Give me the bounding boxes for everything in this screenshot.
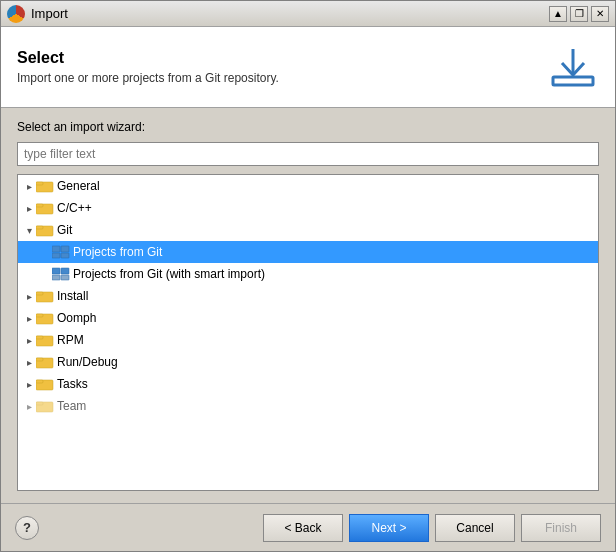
header-title: Select (17, 49, 547, 67)
label-oomph: Oomph (57, 311, 96, 325)
app-icon (7, 5, 25, 23)
svg-rect-13 (52, 275, 60, 280)
tree-item-install[interactable]: Install (18, 285, 598, 307)
tree-item-team[interactable]: Team (18, 395, 598, 417)
tree-item-general[interactable]: General (18, 175, 598, 197)
folder-icon-install (36, 289, 54, 303)
tree-item-git[interactable]: Git (18, 219, 598, 241)
tree-item-rundebug[interactable]: Run/Debug (18, 351, 598, 373)
filter-input[interactable] (17, 142, 599, 166)
tree-item-projects-from-git-smart[interactable]: Projects from Git (with smart import) (18, 263, 598, 285)
tree-item-rpm[interactable]: RPM (18, 329, 598, 351)
label-projects-from-git: Projects from Git (73, 245, 162, 259)
label-team: Team (57, 399, 86, 413)
expand-icon-git (22, 223, 36, 237)
folder-icon-rundebug (36, 355, 54, 369)
import-wizard-icon (547, 41, 599, 93)
label-general: General (57, 179, 100, 193)
header-subtitle: Import one or more projects from a Git r… (17, 71, 547, 85)
expand-icon-cpp (22, 201, 36, 215)
folder-icon-team (36, 399, 54, 413)
svg-rect-26 (36, 402, 43, 405)
close-button[interactable]: ✕ (591, 6, 609, 22)
next-button[interactable]: Next > (349, 514, 429, 542)
expand-icon-general (22, 179, 36, 193)
label-tasks: Tasks (57, 377, 88, 391)
svg-rect-20 (36, 336, 43, 339)
title-bar-buttons: ▲ ❐ ✕ (549, 6, 609, 22)
label-install: Install (57, 289, 88, 303)
svg-rect-16 (36, 292, 43, 295)
expand-icon-team (22, 399, 36, 413)
cancel-button[interactable]: Cancel (435, 514, 515, 542)
projects-from-git-icon (52, 245, 70, 259)
finish-button[interactable]: Finish (521, 514, 601, 542)
folder-icon-rpm (36, 333, 54, 347)
window-title: Import (31, 6, 68, 21)
svg-rect-22 (36, 358, 43, 361)
label-cpp: C/C++ (57, 201, 92, 215)
svg-rect-2 (36, 182, 43, 185)
label-rundebug: Run/Debug (57, 355, 118, 369)
folder-icon-general (36, 179, 54, 193)
expand-icon-rundebug (22, 355, 36, 369)
expand-icon-install (22, 289, 36, 303)
folder-icon-git (36, 223, 54, 237)
svg-rect-4 (36, 204, 43, 207)
svg-rect-10 (61, 253, 69, 258)
main-section: Select an import wizard: General (1, 108, 615, 503)
svg-rect-11 (52, 268, 60, 274)
svg-rect-18 (36, 314, 43, 317)
title-bar-left: Import (7, 5, 68, 23)
folder-icon-tasks (36, 377, 54, 391)
import-dialog: Import ▲ ❐ ✕ Select Import one or more p… (0, 0, 616, 552)
svg-rect-0 (553, 77, 593, 85)
expand-icon-rpm (22, 333, 36, 347)
svg-rect-14 (61, 275, 69, 280)
svg-rect-8 (61, 246, 69, 252)
label-rpm: RPM (57, 333, 84, 347)
tree-item-tasks[interactable]: Tasks (18, 373, 598, 395)
title-bar: Import ▲ ❐ ✕ (1, 1, 615, 27)
svg-rect-24 (36, 380, 43, 383)
help-button[interactable]: ? (15, 516, 39, 540)
content-area: Select Import one or more projects from … (1, 27, 615, 551)
expand-icon-oomph (22, 311, 36, 325)
footer-buttons: < Back Next > Cancel Finish (263, 514, 601, 542)
section-label: Select an import wizard: (17, 120, 599, 134)
label-git: Git (57, 223, 72, 237)
back-button[interactable]: < Back (263, 514, 343, 542)
tree-item-oomph[interactable]: Oomph (18, 307, 598, 329)
header-text: Select Import one or more projects from … (17, 49, 547, 85)
label-projects-from-git-smart: Projects from Git (with smart import) (73, 267, 265, 281)
tree-item-cpp[interactable]: C/C++ (18, 197, 598, 219)
restore-button[interactable]: ❐ (570, 6, 588, 22)
tree-container[interactable]: General C/C++ Git (17, 174, 599, 491)
svg-rect-7 (52, 246, 60, 252)
folder-icon-oomph (36, 311, 54, 325)
footer-left: ? (15, 516, 39, 540)
tree-item-projects-from-git[interactable]: Projects from Git (18, 241, 598, 263)
expand-icon-tasks (22, 377, 36, 391)
svg-rect-9 (52, 253, 60, 258)
footer: ? < Back Next > Cancel Finish (1, 503, 615, 551)
folder-icon-cpp (36, 201, 54, 215)
projects-from-git-smart-icon (52, 267, 70, 281)
svg-rect-12 (61, 268, 69, 274)
header-section: Select Import one or more projects from … (1, 27, 615, 108)
svg-rect-6 (36, 226, 43, 229)
minimize-button[interactable]: ▲ (549, 6, 567, 22)
